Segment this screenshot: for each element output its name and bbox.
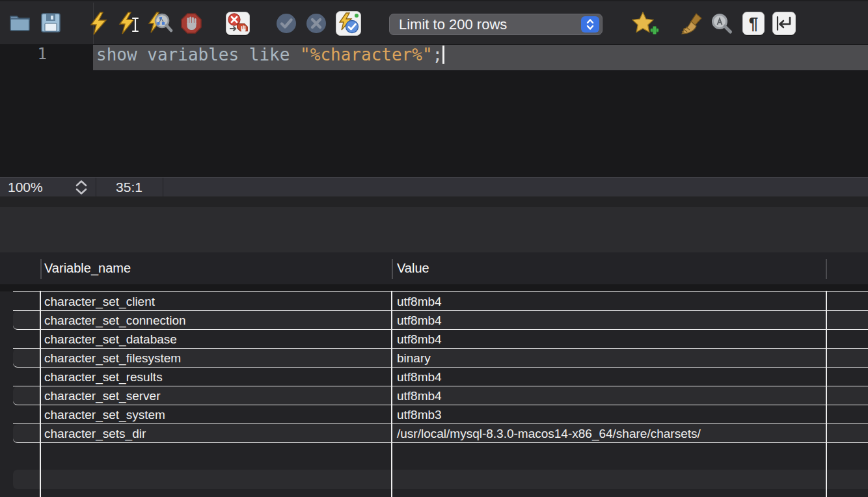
rollback-button[interactable] — [306, 13, 327, 34]
result-grid-area: character_set_clientutf8mb4character_set… — [0, 291, 868, 497]
zoom-level: 100% — [8, 178, 43, 196]
dropdown-stepper-icon — [581, 16, 599, 33]
table-row[interactable]: character_set_connectionutf8mb4 — [13, 311, 868, 330]
search-magnifier-icon — [711, 13, 735, 34]
autocommit-icon — [337, 12, 360, 34]
show-invisibles-button[interactable]: ¶ — [742, 12, 765, 35]
header-divider — [40, 259, 42, 279]
commit-check-icon — [276, 13, 297, 34]
save-snippet-button[interactable] — [632, 12, 659, 36]
line-number: 1 — [0, 45, 47, 70]
cell-value[interactable]: binary — [392, 349, 826, 368]
table-row[interactable]: character_sets_dir/usr/local/mysql-8.3.0… — [13, 424, 868, 443]
star-plus-icon — [632, 12, 659, 36]
save-script-button[interactable] — [41, 13, 61, 33]
beautify-script-button[interactable] — [677, 12, 705, 36]
cell-filler — [826, 368, 868, 386]
cell-variable-name[interactable]: character_set_connection — [13, 311, 392, 330]
zoom-stepper[interactable] — [74, 180, 88, 198]
cell-filler — [826, 424, 868, 443]
toggle-autocommit-button[interactable] — [336, 11, 361, 36]
sql-keywords: show variables like — [96, 45, 300, 64]
lightning-magnifier-icon — [148, 12, 174, 36]
text-caret — [442, 46, 444, 64]
header-divider — [826, 259, 827, 279]
commit-button[interactable] — [276, 13, 297, 34]
execute-statement-button[interactable] — [89, 12, 107, 35]
find-panel-button[interactable] — [711, 13, 735, 34]
header-underline — [0, 284, 868, 291]
grid-vertical-line[interactable] — [391, 291, 392, 497]
pilcrow-icon: ¶ — [749, 12, 758, 34]
table-row[interactable]: character_set_clientutf8mb4 — [13, 292, 868, 311]
cell-variable-name[interactable]: character_set_server — [13, 386, 392, 405]
table-row[interactable]: character_set_serverutf8mb4 — [13, 386, 868, 405]
empty-row-stripe — [13, 470, 868, 489]
open-file-button[interactable] — [9, 14, 31, 33]
rollback-x-icon — [306, 13, 327, 34]
skip-stop-on-error-icon — [227, 13, 249, 34]
zoom-stepper-icon — [74, 180, 88, 195]
cell-filler — [826, 330, 868, 349]
grid-rows: character_set_clientutf8mb4character_set… — [13, 291, 868, 443]
cell-variable-name[interactable]: character_set_client — [13, 292, 392, 311]
grid-vertical-line[interactable] — [826, 291, 827, 497]
cell-variable-name[interactable]: character_sets_dir — [13, 424, 392, 443]
mysql-workbench-window: Limit to 200 rows — [0, 0, 868, 497]
lightning-bolt-icon — [89, 12, 107, 35]
toggle-stop-on-error-button[interactable] — [226, 12, 250, 35]
cell-value[interactable]: utf8mb3 — [392, 405, 826, 424]
cell-value[interactable]: /usr/local/mysql-8.3.0-macos14-x86_64/sh… — [392, 424, 826, 443]
cell-variable-name[interactable]: character_set_database — [13, 330, 392, 349]
cell-filler — [826, 292, 868, 311]
cell-variable-name[interactable]: character_set_system — [13, 405, 392, 424]
lightning-cursor-icon — [118, 12, 142, 35]
sql-terminator: ; — [433, 45, 443, 64]
editor-toolbar: Limit to 200 rows — [0, 0, 868, 44]
execute-current-statement-button[interactable] — [118, 12, 142, 35]
column-header-value[interactable]: Value — [397, 252, 429, 284]
editor-statusbar: 100% 35:1 — [0, 177, 868, 196]
stop-query-button[interactable] — [181, 13, 202, 34]
sql-code-line: show variables like "%character%"; — [96, 45, 444, 70]
sql-editor-surface[interactable]: 1 show variables like "%character%"; — [0, 44, 868, 177]
cell-value[interactable]: utf8mb4 — [392, 311, 826, 330]
table-row[interactable]: character_set_systemutf8mb3 — [13, 405, 868, 424]
cell-filler — [826, 349, 868, 368]
statusbar-divider — [163, 178, 163, 197]
folder-icon — [9, 14, 31, 33]
cell-variable-name[interactable]: character_set_results — [13, 368, 392, 386]
cell-variable-name[interactable]: character_set_filesystem — [13, 349, 392, 368]
grid-vertical-line — [40, 291, 41, 497]
limit-rows-dropdown[interactable]: Limit to 200 rows — [389, 14, 603, 35]
table-row[interactable]: character_set_resultsutf8mb4 — [13, 368, 868, 386]
grid-header: Variable_name Value — [0, 252, 868, 284]
cell-value[interactable]: utf8mb4 — [392, 292, 826, 311]
explain-plan-button[interactable] — [148, 12, 174, 36]
column-header-variable-name[interactable]: Variable_name — [44, 252, 131, 284]
result-grid-toolbar: Result Grid Filter Rows: Export: — [0, 207, 868, 252]
limit-rows-value: Limit to 200 rows — [399, 16, 507, 33]
table-row[interactable]: character_set_filesystembinary — [13, 349, 868, 368]
broom-icon — [677, 12, 705, 36]
cell-filler — [826, 386, 868, 405]
cell-value[interactable]: utf8mb4 — [392, 368, 826, 386]
panel-gap — [0, 196, 868, 207]
header-divider — [392, 259, 393, 279]
cell-filler — [826, 311, 868, 330]
caret-position: 35:1 — [96, 178, 163, 196]
toggle-wrap-button[interactable] — [772, 12, 796, 35]
cell-filler — [826, 405, 868, 424]
table-row[interactable]: character_set_databaseutf8mb4 — [13, 330, 868, 349]
wrap-return-icon — [776, 16, 793, 31]
cell-value[interactable]: utf8mb4 — [392, 330, 826, 349]
sql-string-literal: "%character%" — [300, 45, 433, 64]
stop-sign-hand-icon — [181, 13, 202, 34]
cell-value[interactable]: utf8mb4 — [392, 386, 826, 405]
floppy-disk-icon — [41, 13, 61, 33]
